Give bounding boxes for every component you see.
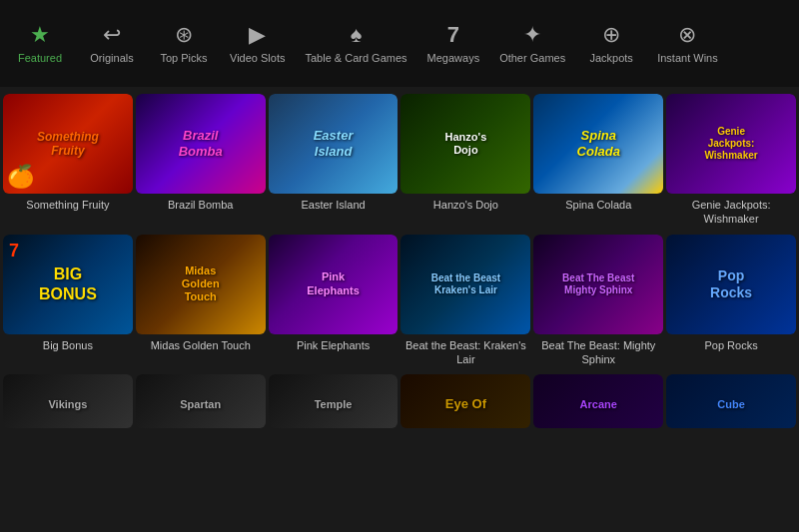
nav-top-picks-label: Top Picks bbox=[160, 52, 207, 64]
nav-jackpots[interactable]: ⊕ Jackpots bbox=[575, 0, 647, 87]
nav-instant-wins-label: Instant Wins bbox=[657, 52, 718, 64]
game-easter-island[interactable]: EasterIsland Easter Island bbox=[269, 94, 399, 229]
top-picks-icon: ⊛ bbox=[175, 24, 193, 46]
games-section: SomethingFruity 🍊 Something Fruity Brazi… bbox=[0, 87, 799, 435]
game-label: Beat The Beast: Mighty Sphinx bbox=[533, 334, 663, 369]
games-row-1: SomethingFruity 🍊 Something Fruity Brazi… bbox=[0, 91, 799, 232]
megaways-icon: 7 bbox=[447, 24, 459, 46]
nav-video-slots[interactable]: ▶ Video Slots bbox=[220, 0, 295, 87]
nav-other-games[interactable]: ✦ Other Games bbox=[489, 0, 575, 87]
nav-table-card[interactable]: ♠ Table & Card Games bbox=[295, 0, 416, 87]
game-brazil-bomba[interactable]: BrazilBomba Brazil Bomba bbox=[136, 94, 266, 229]
game-eye-of[interactable]: Eye Of bbox=[400, 374, 530, 428]
game-label: Big Bonus bbox=[3, 334, 133, 364]
nav-featured[interactable]: ★ Featured bbox=[4, 0, 76, 87]
game-vikings[interactable]: Vikings bbox=[3, 374, 133, 428]
game-pink-elephants[interactable]: PinkElephants Pink Elephants bbox=[269, 235, 399, 369]
nav-featured-label: Featured bbox=[18, 52, 62, 64]
star-icon: ★ bbox=[30, 24, 50, 46]
game-spartan[interactable]: Spartan bbox=[136, 374, 266, 428]
game-label: Pink Elephants bbox=[269, 334, 399, 364]
games-row-3: Vikings Spartan Temple Eye Of bbox=[0, 371, 799, 431]
game-label: Hanzo's Dojo bbox=[400, 194, 530, 224]
nav-megaways[interactable]: 7 Megaways bbox=[417, 0, 490, 87]
originals-icon: ↩ bbox=[103, 24, 121, 46]
game-hanzos-dojo[interactable]: Hanzo'sDojo Hanzo's Dojo bbox=[400, 94, 530, 229]
game-label: Brazil Bomba bbox=[136, 194, 266, 224]
nav-other-games-label: Other Games bbox=[499, 52, 565, 64]
game-label: Midas Golden Touch bbox=[136, 334, 266, 364]
instant-wins-icon: ⊗ bbox=[678, 24, 696, 46]
game-label: Beat the Beast: Kraken's Lair bbox=[400, 334, 530, 369]
other-games-icon: ✦ bbox=[523, 24, 541, 46]
nav-video-slots-label: Video Slots bbox=[230, 52, 285, 64]
jackpots-icon: ⊕ bbox=[602, 24, 620, 46]
nav-top-picks[interactable]: ⊛ Top Picks bbox=[148, 0, 220, 87]
game-label: Genie Jackpots: Wishmaker bbox=[666, 194, 796, 229]
game-big-bonus[interactable]: BIGBONUS 7 Big Bonus bbox=[3, 235, 133, 369]
game-something-fruity[interactable]: SomethingFruity 🍊 Something Fruity bbox=[3, 94, 133, 229]
game-cube[interactable]: Cube bbox=[666, 374, 796, 428]
game-beat-beast-kraken[interactable]: Beat the BeastKraken's Lair Beat the Bea… bbox=[400, 235, 530, 369]
game-spina-colada[interactable]: SpinaColada Spina Colada bbox=[533, 94, 663, 229]
nav-jackpots-label: Jackpots bbox=[589, 52, 632, 64]
game-pop-rocks[interactable]: PopRocks Pop Rocks bbox=[666, 235, 796, 369]
nav-originals-label: Originals bbox=[90, 52, 133, 64]
game-arcane[interactable]: Arcane bbox=[533, 374, 663, 428]
nav-originals[interactable]: ↩ Originals bbox=[76, 0, 148, 87]
game-midas-golden-touch[interactable]: MidasGoldenTouch Midas Golden Touch bbox=[136, 235, 266, 369]
video-slots-icon: ▶ bbox=[249, 24, 266, 46]
game-label: Pop Rocks bbox=[666, 334, 796, 364]
game-label: Spina Colada bbox=[533, 194, 663, 224]
nav-table-card-label: Table & Card Games bbox=[305, 52, 406, 64]
game-label: Easter Island bbox=[269, 194, 399, 224]
game-label: Something Fruity bbox=[3, 194, 133, 224]
games-row-2: BIGBONUS 7 Big Bonus MidasGoldenTouch Mi… bbox=[0, 232, 799, 372]
game-beat-beast-sphinx[interactable]: Beat The BeastMighty Sphinx Beat The Bea… bbox=[533, 235, 663, 369]
game-genie-jackpots[interactable]: GenieJackpots:Wishmaker Genie Jackpots: … bbox=[666, 94, 796, 229]
table-card-icon: ♠ bbox=[351, 24, 363, 46]
nav-megaways-label: Megaways bbox=[427, 52, 480, 64]
nav-instant-wins[interactable]: ⊗ Instant Wins bbox=[647, 0, 728, 87]
game-temple[interactable]: Temple bbox=[269, 374, 399, 428]
main-nav: ★ Featured ↩ Originals ⊛ Top Picks ▶ Vid… bbox=[0, 0, 799, 87]
